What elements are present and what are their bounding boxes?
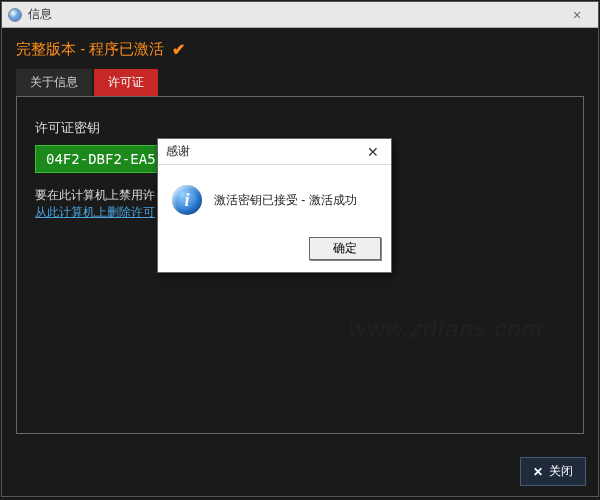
window-title: 信息 — [28, 6, 562, 23]
dialog-close-button[interactable]: ✕ — [363, 144, 383, 160]
titlebar: 信息 × — [2, 2, 598, 28]
close-button-label: 关闭 — [549, 463, 573, 480]
info-icon — [8, 8, 22, 22]
window-close-button[interactable]: × — [562, 7, 592, 23]
watermark-text: www.zdfans.com — [349, 315, 543, 343]
close-button[interactable]: ✕ 关闭 — [520, 457, 586, 486]
check-icon: ✔ — [172, 40, 185, 59]
thanks-dialog: 感谢 ✕ i 激活密钥已接受 - 激活成功 确定 — [157, 138, 392, 273]
activation-status-text: 完整版本 - 程序已激活 — [16, 40, 164, 59]
tab-bar: 关于信息 许可证 — [2, 69, 598, 96]
close-icon: ✕ — [533, 465, 543, 479]
license-key-value: 04F2-DBF2-EA5 — [35, 145, 167, 173]
info-circle-icon: i — [172, 185, 202, 215]
ok-button[interactable]: 确定 — [309, 237, 381, 260]
tab-license[interactable]: 许可证 — [94, 69, 158, 96]
footer: ✕ 关闭 — [520, 457, 586, 486]
license-key-label: 许可证密钥 — [35, 119, 565, 137]
dialog-titlebar: 感谢 ✕ — [158, 139, 391, 165]
tab-about[interactable]: 关于信息 — [16, 69, 92, 96]
dialog-body: i 激活密钥已接受 - 激活成功 — [158, 165, 391, 231]
activation-header: 完整版本 - 程序已激活 ✔ — [2, 28, 598, 69]
dialog-footer: 确定 — [158, 231, 391, 272]
dialog-message: 激活密钥已接受 - 激活成功 — [214, 192, 357, 209]
dialog-title: 感谢 — [166, 143, 363, 160]
